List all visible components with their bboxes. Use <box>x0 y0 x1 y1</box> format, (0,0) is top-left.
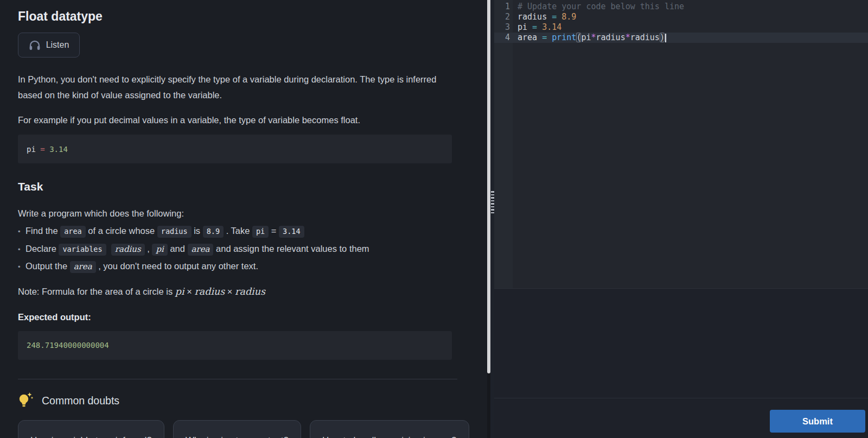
task-bullet-1: • Find the area of a circle whose radius… <box>18 223 469 240</box>
task-heading: Task <box>18 180 469 194</box>
common-doubts-buttons: How is variable type inferred? Why is pi… <box>18 420 469 438</box>
line-code: area = print(pi*radius*radius) <box>513 33 868 43</box>
task-bullet-list: • Find the area of a circle whose radius… <box>18 223 469 276</box>
task-intro: Write a program which does the following… <box>18 206 469 221</box>
lightbulb-icon <box>18 390 34 412</box>
panel-resize-strip <box>490 0 494 438</box>
lesson-paragraph-1: In Python, you don't need to explicitly … <box>18 72 442 103</box>
panel-resize-handle[interactable] <box>490 191 494 213</box>
task-bullet-3: • Output the area , you don't need to ou… <box>18 258 469 276</box>
editor-lines: 1# Update your code below this line2radi… <box>494 2 868 43</box>
section-divider <box>18 379 457 379</box>
code-editor[interactable]: 1# Update your code below this line2radi… <box>494 0 868 288</box>
formula-note: Note: Formula for the area of a circle i… <box>18 284 469 300</box>
line-number: 2 <box>494 12 513 22</box>
expected-output-block: 248.71940000000004 <box>18 331 452 360</box>
lesson-paragraph-2: For example if you put decimal values in… <box>18 112 442 128</box>
bullet-dot: • <box>18 241 25 258</box>
doubt-button-3[interactable]: How to handle precision in area? <box>310 420 469 438</box>
lesson-content: Float datatype Listen In Python, you don… <box>0 0 487 438</box>
expected-output-label: Expected output: <box>18 309 469 325</box>
editor-line-1[interactable]: 1# Update your code below this line <box>494 2 868 12</box>
line-code: # Update your code below this line <box>513 2 868 12</box>
listen-button-label: Listen <box>46 40 69 50</box>
editor-gutter <box>494 0 513 288</box>
example-code-block: pi = 3.14 <box>18 135 452 163</box>
editor-line-4[interactable]: 4area = print(pi*radius*radius) <box>494 33 868 43</box>
common-doubts-header: Common doubts <box>18 391 469 411</box>
headphones-icon <box>29 40 41 50</box>
app-root: Float datatype Listen In Python, you don… <box>0 0 868 438</box>
task-bullet-2: • Declare variables radius , pi and area… <box>18 240 469 258</box>
line-code: radius = 8.9 <box>513 12 868 22</box>
workspace-panel: 1# Update your code below this line2radi… <box>490 0 868 438</box>
bullet-dot: • <box>18 258 25 276</box>
bullet-dot: • <box>18 223 25 240</box>
console-output-area <box>494 288 868 398</box>
doubt-button-2[interactable]: Why is pi not a constant? <box>173 420 301 438</box>
line-number: 4 <box>494 33 513 43</box>
editor-bottom-bar: Submit <box>494 398 868 438</box>
editor-line-2[interactable]: 2radius = 8.9 <box>494 12 868 22</box>
expected-output-value: 248.71940000000004 <box>27 341 109 350</box>
submit-button[interactable]: Submit <box>770 410 865 433</box>
line-number: 1 <box>494 2 513 12</box>
lesson-panel: Float datatype Listen In Python, you don… <box>0 0 487 438</box>
doubt-button-1[interactable]: How is variable type inferred? <box>18 420 164 438</box>
page-title: Float datatype <box>18 9 469 24</box>
line-number: 3 <box>494 22 513 33</box>
common-doubts-title: Common doubts <box>42 395 119 407</box>
editor-line-3[interactable]: 3pi = 3.14 <box>494 22 868 33</box>
line-code: pi = 3.14 <box>513 22 868 33</box>
listen-button[interactable]: Listen <box>18 33 80 58</box>
